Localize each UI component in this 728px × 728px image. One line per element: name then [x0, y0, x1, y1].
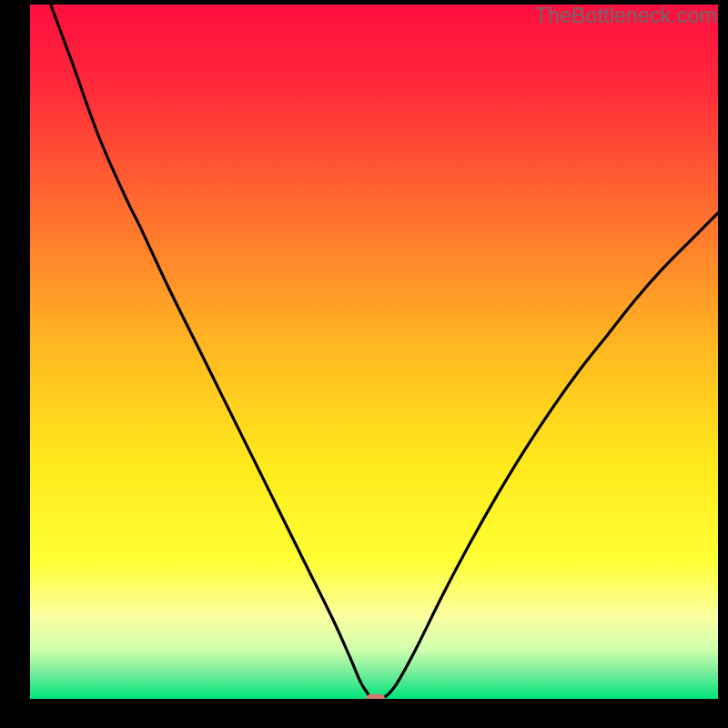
optimal-point-marker	[366, 694, 385, 699]
watermark-text: TheBottleneck.com	[535, 4, 717, 28]
gradient-background	[30, 5, 718, 699]
plot-area	[30, 5, 718, 699]
chart-svg	[30, 5, 718, 699]
chart-frame: TheBottleneck.com	[0, 0, 728, 728]
